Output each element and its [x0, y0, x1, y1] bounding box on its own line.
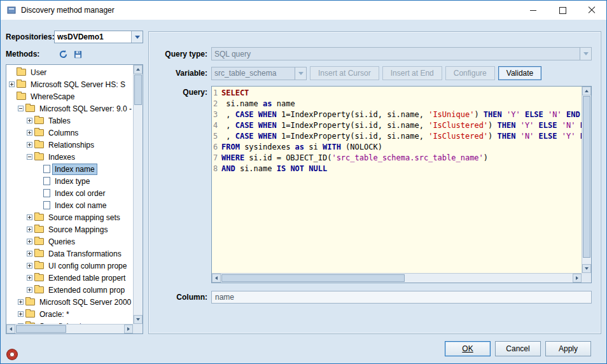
save-methods-button[interactable]	[73, 49, 83, 60]
scrollbar-track[interactable]	[582, 95, 591, 264]
title-bar[interactable]: Discovery method manager	[1, 1, 606, 20]
method-tree: UserMicrosoft SQL Server HS: SWhereScape…	[6, 65, 133, 324]
tree-box: UserMicrosoft SQL Server HS: SWhereScape…	[6, 64, 143, 334]
tree-item-label: User	[29, 67, 48, 78]
tree-item-oracle[interactable]: Oracle: *	[6, 308, 133, 320]
refresh-methods-button[interactable]	[58, 49, 69, 60]
expand-icon[interactable]	[27, 130, 32, 136]
scroll-down-button[interactable]	[134, 315, 143, 324]
tree-item-relationships[interactable]: Relationships	[6, 139, 133, 151]
editor-horizontal-scrollbar[interactable]	[212, 273, 582, 283]
tree-horizontal-scrollbar[interactable]	[6, 324, 133, 333]
cancel-button[interactable]: Cancel	[495, 341, 541, 356]
repository-value: wsDVDemo1	[55, 31, 131, 43]
line-number: 4	[213, 120, 218, 131]
tree-item-queries[interactable]: Queries	[6, 235, 133, 248]
scroll-left-button[interactable]	[212, 274, 221, 283]
document-icon	[43, 177, 50, 185]
apply-button-label: Apply	[559, 344, 578, 353]
scroll-left-button[interactable]	[6, 325, 15, 333]
tree-vertical-scrollbar[interactable]	[133, 65, 143, 324]
folder-icon	[25, 311, 35, 318]
scrollbar-corner	[582, 273, 591, 283]
line-number: 1	[213, 88, 218, 99]
query-editor-code[interactable]: 1SELECT2 si.name as name3 , CASE WHEN 1=…	[212, 87, 582, 273]
ok-button[interactable]: OK	[445, 341, 491, 356]
scrollbar-track[interactable]	[134, 74, 143, 315]
tree-item-microsoft-sql-server-9-0[interactable]: Microsoft SQL Server: 9.0 -	[6, 102, 133, 115]
tree-item-extended-column-prop[interactable]: Extended column prop	[6, 284, 133, 296]
collapse-icon[interactable]	[27, 154, 32, 160]
scroll-up-button[interactable]	[134, 65, 143, 74]
scrollbar-thumb[interactable]	[16, 325, 66, 333]
repository-select[interactable]: wsDVDemo1	[54, 31, 143, 43]
tree-item-columns[interactable]: Columns	[6, 127, 133, 139]
editor-vertical-scrollbar[interactable]	[582, 87, 591, 273]
dialog-footer: OK Cancel Apply	[1, 334, 606, 363]
scroll-up-button[interactable]	[582, 87, 591, 95]
tree-item-index-col-order[interactable]: Index col order	[6, 187, 133, 199]
code-line: 6FROM sysindexes as si WITH (NOLOCK)	[213, 142, 582, 153]
code-line: 3 , CASE WHEN 1=IndexProperty(si.id, si.…	[213, 109, 582, 120]
tree-item-user[interactable]: User	[6, 66, 133, 78]
scrollbar-track[interactable]	[15, 325, 124, 333]
tree-item-indexes[interactable]: Indexes	[6, 151, 133, 163]
tree-item-data-transformations[interactable]: Data Transformations	[6, 248, 133, 260]
expand-icon[interactable]	[27, 263, 32, 269]
expand-icon[interactable]	[9, 81, 15, 87]
minimize-button[interactable]	[519, 1, 548, 20]
ok-button-label: OK	[462, 344, 473, 353]
folder-icon	[17, 81, 26, 88]
tree-item-index-name[interactable]: Index name	[6, 163, 133, 175]
expand-icon[interactable]	[27, 142, 32, 148]
tree-item-index-col-name[interactable]: Index col name	[6, 199, 133, 211]
query-type-label: Query type:	[154, 50, 207, 59]
apply-button[interactable]: Apply	[545, 341, 591, 356]
tree-item-extended-table-propert[interactable]: Extended table propert	[6, 272, 133, 284]
expand-icon[interactable]	[27, 239, 32, 244]
scrollbar-thumb[interactable]	[583, 96, 590, 258]
expand-icon[interactable]	[27, 214, 32, 220]
expand-icon[interactable]	[27, 287, 32, 293]
tree-item-ui-config-column-prope[interactable]: UI config column prope	[6, 260, 133, 272]
expand-icon[interactable]	[27, 118, 32, 123]
scrollbar-thumb[interactable]	[134, 74, 142, 105]
code-line: 5 , CASE WHEN 1=IndexProperty(si.id, si.…	[213, 131, 582, 142]
tree-item-index-type[interactable]: Index type	[6, 175, 133, 187]
chevron-down-icon[interactable]	[131, 31, 143, 43]
validate-button[interactable]: Validate	[498, 66, 541, 80]
column-field[interactable]	[211, 291, 592, 304]
query-editor[interactable]: 1SELECT2 si.name as name3 , CASE WHEN 1=…	[211, 86, 592, 283]
expand-icon[interactable]	[27, 251, 32, 256]
expand-icon[interactable]	[27, 275, 32, 281]
tree-item-wherescape[interactable]: WhereScape	[6, 90, 133, 102]
maximize-button[interactable]	[548, 1, 577, 20]
tree-item-label: Source mapping sets	[46, 213, 122, 223]
close-button[interactable]	[577, 1, 606, 20]
tree-item-source-mappings[interactable]: Source Mappings	[6, 223, 133, 235]
tree-item-microsoft-sql-server-2000[interactable]: Microsoft SQL Server 2000	[6, 296, 133, 308]
tree-item-microsoft-sql-server-hs-s[interactable]: Microsoft SQL Server HS: S	[6, 78, 133, 90]
variable-buttons: Insert at CursorInsert at EndConfigureVa…	[307, 66, 541, 80]
scrollbar-thumb[interactable]	[221, 274, 405, 282]
expand-icon[interactable]	[18, 299, 24, 305]
line-number: 6	[213, 142, 218, 153]
scroll-right-button[interactable]	[573, 274, 582, 283]
expand-icon[interactable]	[27, 227, 32, 232]
app-icon	[6, 5, 17, 15]
folder-icon	[34, 262, 44, 269]
collapse-icon[interactable]	[18, 106, 24, 111]
tree-item-label: Extended column prop	[46, 285, 127, 295]
insert-at-end-button[interactable]: Insert at End	[382, 66, 442, 80]
configure-button[interactable]: Configure	[445, 66, 495, 80]
tree-item-tables[interactable]: Tables	[6, 115, 133, 127]
tree-item-source-mapping-sets[interactable]: Source mapping sets	[6, 211, 133, 223]
insert-at-cursor-button[interactable]: Insert at Cursor	[310, 66, 379, 80]
scroll-down-button[interactable]	[582, 264, 591, 273]
folder-icon	[34, 141, 44, 148]
tree-item-label: Extended table propert	[46, 273, 127, 283]
scrollbar-track[interactable]	[221, 274, 573, 283]
expand-icon[interactable]	[18, 311, 24, 317]
scroll-right-button[interactable]	[124, 325, 133, 333]
window-controls	[519, 1, 606, 20]
